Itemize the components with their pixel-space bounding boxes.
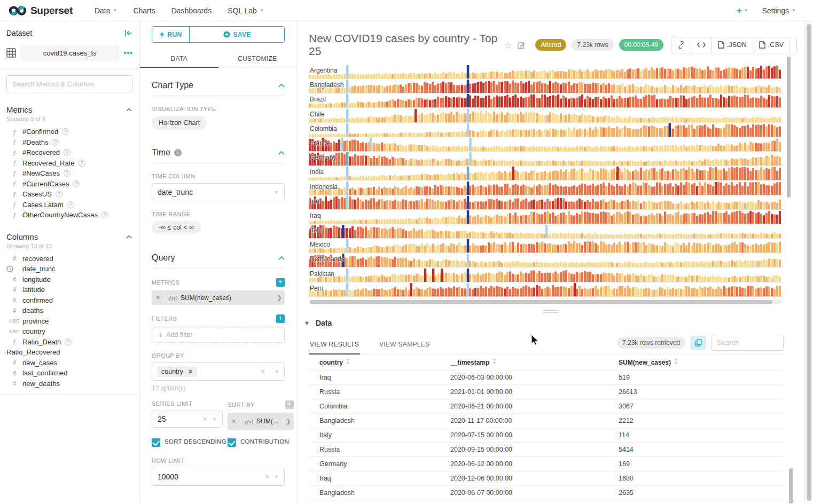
export-json-button[interactable]: .JSON xyxy=(712,37,753,53)
clear-icon[interactable]: ✕ xyxy=(202,415,208,423)
remove-metric-icon[interactable]: ✕ xyxy=(152,294,165,301)
horizon-row-chile[interactable]: Chile xyxy=(309,109,784,123)
metrics-columns-search-input[interactable] xyxy=(6,75,133,92)
horizon-row-india[interactable]: India xyxy=(309,167,784,180)
column-item-new-cases[interactable]: #new_cases xyxy=(0,358,139,368)
metric-item--recovered[interactable]: ƒ#Recovered? xyxy=(0,147,139,158)
sort-by-chip[interactable]: ✕ ƒ(x)SUM(... ❯ xyxy=(228,413,294,430)
contribution-checkbox[interactable]: CONTRIBUTION xyxy=(228,438,289,447)
column-item-ratio-death[interactable]: ƒRatio_Death? xyxy=(0,337,139,348)
edit-properties-icon[interactable] xyxy=(518,41,525,49)
time-range-value[interactable]: -∞ ≤ col < ∞ xyxy=(152,221,201,234)
column-header-country[interactable]: country xyxy=(309,355,440,371)
remove-sort-icon[interactable]: ✕ xyxy=(228,418,240,425)
column-header--timestamp[interactable]: __timestamp xyxy=(440,355,608,371)
add-filter-button[interactable]: + xyxy=(276,314,285,323)
add-metric-button[interactable]: + xyxy=(276,278,285,287)
nav-item-sql-lab[interactable]: SQL Lab▼ xyxy=(220,0,272,21)
metric-item--confirmed[interactable]: ƒ#Confirmed? xyxy=(0,127,139,137)
expand-sort-icon[interactable]: ❯ xyxy=(283,418,294,425)
horizon-row-iraq[interactable]: Iraq xyxy=(309,210,784,224)
viz-type-value[interactable]: Horizon Chart xyxy=(152,116,207,130)
tab-view-results[interactable]: VIEW RESULTS xyxy=(309,336,360,354)
copy-data-button[interactable] xyxy=(690,336,706,350)
horizon-row-argentina[interactable]: Argentina xyxy=(309,65,784,79)
column-item-ratio-recovered[interactable]: Ratio_Recovered xyxy=(0,347,139,358)
group-by-select[interactable]: country✕ ✕▼ xyxy=(152,363,285,381)
tab-customize[interactable]: CUSTOMIZE xyxy=(218,50,297,67)
export-csv-button[interactable]: .CSV xyxy=(753,37,789,53)
series-limit-select[interactable]: 25 ✕ ▼ xyxy=(152,411,223,428)
dataset-name[interactable]: covid19.cases_ts xyxy=(20,45,119,61)
horizon-row-italy[interactable]: Italy xyxy=(309,225,784,239)
horizon-row-pakistan[interactable]: Pakistan xyxy=(309,269,784,282)
horizon-row-indonesia[interactable]: Indonesia xyxy=(309,182,784,195)
run-button[interactable]: RUN xyxy=(152,27,190,42)
column-item-province[interactable]: ABCprovince xyxy=(0,316,139,327)
chevron-up-icon[interactable] xyxy=(126,108,132,112)
nav-item-charts[interactable]: Charts xyxy=(125,0,163,21)
metric-item-recovered-rate[interactable]: ƒRecovered_Rate? xyxy=(0,158,139,169)
copy-link-button[interactable] xyxy=(671,37,691,53)
favorite-star-icon[interactable]: ☆ xyxy=(504,40,512,50)
remove-chip-icon[interactable]: ✕ xyxy=(188,368,193,375)
save-button[interactable]: SAVE xyxy=(190,27,284,42)
sort-icon[interactable] xyxy=(674,358,678,364)
column-item-country[interactable]: ABCcountry xyxy=(0,326,139,337)
tab-view-samples[interactable]: VIEW SAMPLES xyxy=(378,336,431,354)
chart-title[interactable]: New COVID19 cases by country - Top 25 xyxy=(309,32,498,58)
metric-chip[interactable]: ✕ ƒ(x)SUM(new_cases) ❯ xyxy=(152,290,285,305)
data-section-toggle[interactable]: ▼ Data xyxy=(297,314,804,327)
time-column-select[interactable]: date_trunc ▼ xyxy=(152,183,285,201)
metric-item--deaths[interactable]: ƒ#Deaths? xyxy=(0,137,139,148)
horizon-row-netherlands[interactable]: Netherlands xyxy=(309,254,784,267)
horizon-row-colombia[interactable]: Colombia xyxy=(309,123,784,137)
horizon-row-bangladesh[interactable]: Bangladesh xyxy=(309,80,784,93)
sort-descending-checkbox[interactable]: SORT DESCENDING xyxy=(152,438,228,447)
clear-icon[interactable]: ✕ xyxy=(264,473,270,481)
metric-item-othercountrynewcases[interactable]: ƒOtherCountryNewCases? xyxy=(0,210,139,220)
horizon-row-brazil[interactable]: Brazil xyxy=(309,94,784,108)
settings-menu[interactable]: Settings ▼ xyxy=(762,6,796,15)
expand-metric-icon[interactable]: ❯ xyxy=(273,294,285,301)
column-item-confirmed[interactable]: #confirmed xyxy=(0,295,139,306)
nav-item-data[interactable]: Data▼ xyxy=(87,0,126,21)
horizon-row-peru[interactable]: Peru xyxy=(309,283,784,297)
chevron-up-icon[interactable] xyxy=(126,235,132,239)
chart-vertical-scrollbar[interactable] xyxy=(787,57,791,198)
scrollbar-thumb[interactable] xyxy=(310,300,772,304)
superset-logo[interactable]: Superset xyxy=(9,5,73,17)
time-section[interactable]: Timei xyxy=(152,135,285,163)
column-item-new-deaths[interactable]: #new_deaths xyxy=(0,379,139,389)
chart-menu-button[interactable]: ≡ xyxy=(789,37,797,53)
dataset-options-icon[interactable]: ••• xyxy=(123,49,133,57)
add-filter-dropzone[interactable]: + Add filter xyxy=(152,327,285,343)
add-new-button[interactable]: + ▼ xyxy=(737,6,748,15)
column-item-latitude[interactable]: #latitude xyxy=(0,285,139,295)
tab-data[interactable]: DATA xyxy=(140,50,218,67)
collapse-panel-icon[interactable] xyxy=(124,29,133,37)
column-item-last-confirmed[interactable]: #last_confirmed xyxy=(0,368,139,379)
horizon-row-mexico[interactable]: Mexico xyxy=(309,239,784,253)
chart-type-section[interactable]: Chart Type xyxy=(152,68,285,96)
sort-icon[interactable] xyxy=(346,358,350,364)
query-section[interactable]: Query xyxy=(152,240,285,269)
clear-icon[interactable]: ✕ xyxy=(260,368,265,375)
nav-item-dashboards[interactable]: Dashboards xyxy=(163,0,220,21)
horizon-row-france[interactable]: France xyxy=(309,138,784,152)
row-limit-select[interactable]: 10000 ✕ ▼ xyxy=(152,468,285,486)
metric-item-casesus[interactable]: ƒCasesUS? xyxy=(0,189,139,200)
results-search-input[interactable] xyxy=(711,335,784,351)
panel-resize-handle[interactable] xyxy=(543,310,559,313)
horizon-row-germany[interactable]: Germany xyxy=(309,152,784,166)
metric-item--newcases[interactable]: ƒ#NewCases? xyxy=(0,168,139,179)
page-scrollbar-thumb[interactable] xyxy=(807,24,811,501)
metric-item--currentcases[interactable]: ƒ#CurrentCases? xyxy=(0,179,139,190)
table-scrollbar-thumb[interactable] xyxy=(789,468,793,503)
column-header-sum-new-cases-[interactable]: SUM(new_cases) xyxy=(608,355,784,371)
column-item-deaths[interactable]: #deaths xyxy=(0,305,139,316)
horizon-row-iran[interactable]: Iran xyxy=(309,196,784,210)
metric-item-cases-latam[interactable]: ƒCases Latam? xyxy=(0,200,139,210)
view-query-button[interactable] xyxy=(691,37,712,53)
column-item-date-trunc[interactable]: date_trunc xyxy=(0,264,139,274)
